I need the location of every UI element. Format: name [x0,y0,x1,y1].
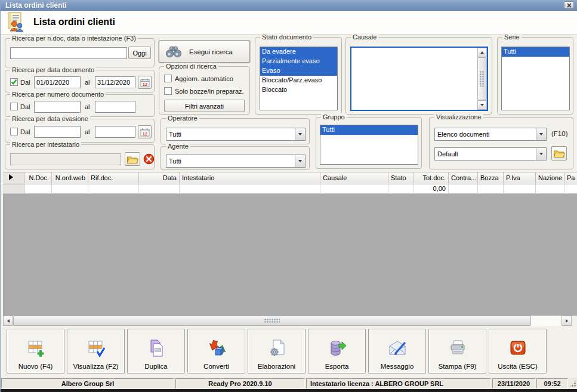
layout-browse-button[interactable] [551,146,567,160]
dropdown-button[interactable] [295,128,305,140]
solo-bozze-checkbox[interactable] [164,87,172,95]
scrollbar-thumb[interactable] [477,57,487,100]
serie-listbox[interactable]: Tutti [501,47,570,110]
duplica-button[interactable]: Duplica [127,329,185,374]
cell-contratto[interactable] [449,184,478,194]
table-summary-row[interactable]: 0,00 [3,184,577,194]
data-doc-to-input[interactable] [95,76,135,88]
list-item[interactable]: Tutti [320,125,418,135]
scroll-down-button[interactable] [477,100,487,110]
scrollbar-track[interactable] [531,316,561,326]
title-bar[interactable]: Lista ordini clienti [1,0,577,11]
list-item[interactable]: Parzialmente evaso [260,57,337,66]
operatore-select[interactable]: Tutti [166,128,306,141]
dropdown-button[interactable] [536,128,546,140]
layout-select[interactable]: Default [434,147,547,160]
cell-stato[interactable] [388,184,414,194]
elaborazioni-button[interactable]: Elaborazioni [248,329,306,374]
cell-bozza[interactable] [478,184,504,194]
converti-button[interactable]: Converti [187,329,245,374]
scroll-up-button[interactable] [477,48,487,57]
group-gruppo: Gruppo Tutti [316,117,422,169]
column-header-stato[interactable]: Stato [388,172,414,184]
scroll-left-button[interactable] [3,316,13,326]
cell-nazione[interactable] [536,184,564,194]
column-header-n-ord-web[interactable]: N.ord.web [52,172,88,184]
column-header-tot-doc[interactable]: Tot.doc. [414,172,449,184]
cell-pa[interactable] [564,184,577,194]
search-doc-input[interactable] [10,47,127,59]
column-header-pa[interactable]: Pa [564,172,577,184]
horizontal-scrollbar[interactable] [3,316,572,326]
visualizza-button[interactable]: Visualizza (F2) [67,329,125,374]
list-item[interactable]: Bloccato/Parz.evaso [260,76,337,85]
esegui-ricerca-button[interactable]: Esegui ricerca [159,41,250,63]
status-company: Albero Group Srl [1,378,174,388]
uscita-button[interactable]: Uscita (ESC) [489,329,547,374]
column-header-causale[interactable]: Causale [320,172,388,184]
stampa-button[interactable]: Stampa (F9) [428,329,486,374]
solo-bozze-label: Solo bozze/in preparaz. [175,88,244,95]
clear-intestatario-button[interactable] [142,152,155,166]
column-header-nazione[interactable]: Nazione [536,172,564,184]
cell-n-ord-web[interactable] [52,184,88,194]
aggiorn-automatico-checkbox[interactable] [164,75,172,82]
calendar-icon: 12 [140,78,150,87]
resize-grip[interactable] [569,378,577,388]
dropdown-button[interactable] [295,155,305,167]
esporta-button[interactable]: Esporta [308,329,366,374]
calendar-button[interactable]: 12 [138,125,152,138]
cell-rif-doc[interactable] [88,184,139,194]
column-header-intestatario[interactable]: Intestatario [180,172,320,184]
list-item[interactable]: Da evadere [260,47,337,57]
dal-numero-checkbox[interactable] [10,103,18,110]
al-label: al [85,79,90,86]
cell-intestatario[interactable] [180,184,320,194]
nuovo-button[interactable]: Nuovo (F4) [7,329,64,374]
list-item[interactable]: Tutti [502,47,569,57]
list-item[interactable]: Bloccato [260,85,337,95]
column-header-bozza[interactable]: Bozza [478,172,504,184]
numero-from-input[interactable] [34,101,81,113]
dal-data-checkbox[interactable] [10,78,18,86]
new-record-icon [26,334,46,363]
cell-causale[interactable] [320,184,388,194]
close-button[interactable] [564,1,574,9]
gruppo-listbox[interactable]: Tutti [320,125,418,165]
evasione-from-input[interactable] [34,126,81,138]
dropdown-button[interactable] [536,148,546,160]
cell-row-selector[interactable] [3,184,24,194]
toolbar-button-label: Elaborazioni [258,363,295,370]
visualizzazione-select[interactable]: Elenco documenti [434,128,547,141]
intestatario-input[interactable] [10,153,121,165]
cell-p-iva[interactable] [504,184,536,194]
agente-select[interactable]: Tutti [166,155,306,168]
scrollbar-thumb[interactable] [13,316,531,326]
column-header-n-doc[interactable]: N.Doc. [24,172,52,184]
scroll-right-button[interactable] [561,316,572,326]
column-header-rif-doc[interactable]: Rif.doc. [88,172,139,184]
data-doc-from-input[interactable] [34,76,81,88]
oggi-button[interactable]: Oggi [128,47,151,59]
causale-scrollbar[interactable] [477,48,487,110]
column-header-p-iva[interactable]: P.Iva [504,172,536,184]
numero-to-input[interactable] [95,101,135,113]
cell-n-doc[interactable] [24,184,52,194]
list-item[interactable]: Evaso [260,66,337,76]
filtri-avanzati-button[interactable]: Filtri avanzati [164,100,245,112]
causale-listbox[interactable] [350,47,488,111]
stato-documento-listbox[interactable]: Da evadereParzialmente evasoEvasoBloccat… [260,47,338,110]
browse-intestatario-button[interactable] [125,152,140,166]
calendar-button[interactable]: 12 [138,76,152,89]
column-header-data[interactable]: Data [139,172,180,184]
column-header-row-selector[interactable] [3,172,24,184]
evasione-to-input[interactable] [95,126,135,138]
dal-evasione-checkbox[interactable] [10,128,18,135]
messaggio-button[interactable]: Messaggio [368,329,426,374]
current-row-arrow-icon [9,174,13,180]
group-data-documento: Ricerca per data documento Dal al 12 [5,70,155,92]
cell-tot-doc[interactable]: 0,00 [414,184,449,194]
column-header-contratto[interactable]: Contra... [449,172,478,184]
duplicate-icon [146,334,166,363]
cell-data[interactable] [139,184,180,194]
